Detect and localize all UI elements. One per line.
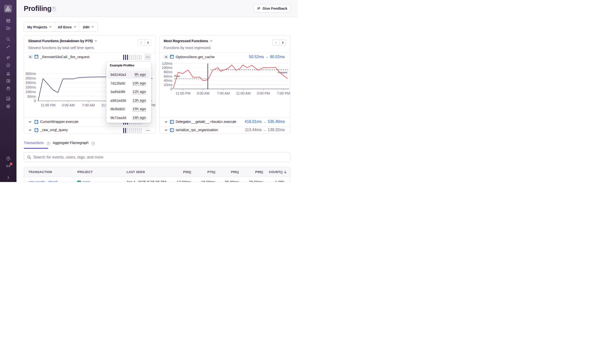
svg-text:100ms: 100ms: [25, 90, 36, 94]
svg-text:11:00 PM: 11:00 PM: [176, 91, 191, 95]
svg-text:100ms: 100ms: [162, 66, 172, 70]
svg-text:200ms: 200ms: [25, 81, 36, 85]
svg-text:11:00 AM: 11:00 AM: [236, 91, 250, 95]
svg-text:120ms: 120ms: [162, 62, 172, 65]
svg-text:40ms: 40ms: [164, 79, 172, 82]
svg-text:7:00 PM: 7:00 PM: [277, 91, 290, 95]
svg-text:7:00 AM: 7:00 AM: [82, 103, 95, 107]
svg-text:20ms: 20ms: [164, 83, 172, 87]
svg-text:3:00 AM: 3:00 AM: [62, 103, 75, 107]
svg-text:150ms: 150ms: [25, 85, 36, 89]
svg-text:3:00 PM: 3:00 PM: [257, 91, 270, 95]
svg-text:250ms: 250ms: [25, 76, 36, 80]
svg-text:60ms: 60ms: [164, 74, 172, 78]
svg-text:11:00 PM: 11:00 PM: [41, 103, 56, 107]
svg-text:300ms: 300ms: [25, 72, 36, 76]
svg-text:0: 0: [34, 99, 36, 103]
svg-text:7:00 AM: 7:00 AM: [217, 91, 230, 95]
svg-text:50ms: 50ms: [27, 95, 36, 98]
svg-text:80ms: 80ms: [164, 70, 172, 74]
svg-text:0: 0: [170, 87, 172, 91]
svg-text:3:00 AM: 3:00 AM: [197, 91, 209, 95]
